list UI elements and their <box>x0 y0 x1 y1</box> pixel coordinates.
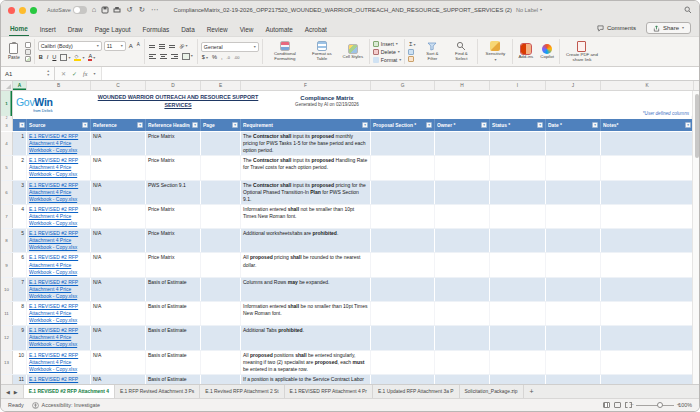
sheet-tab-e-1-revised-rfp-attachment-2-st[interactable]: E.1 Revised RFP Attachment 2 St <box>200 385 284 398</box>
align-top-icon[interactable] <box>148 44 156 49</box>
zoom-slider[interactable]: – + <box>636 405 674 406</box>
menu-tab-acrobat[interactable]: Acrobat <box>304 24 328 36</box>
row-header-4[interactable]: 4 <box>1 132 13 155</box>
align-bottom-icon[interactable] <box>168 44 176 49</box>
copilot-button[interactable]: Copilot <box>538 44 556 60</box>
sheet-tab-e-1-revised-rfp-attachment-4-pr[interactable]: E.1 REVISED RFP Attachment 4 Pr <box>285 385 373 398</box>
filter-icon[interactable]: ▼ <box>481 122 487 128</box>
zoom-window-button[interactable] <box>30 7 37 14</box>
sheet-tab-e-1-rfp-revised-attachment-3-ps[interactable]: E.1 RFP Revised Attachment 3 Ps <box>115 385 200 398</box>
orientation-button[interactable]: ab▾ <box>178 43 189 50</box>
filter-icon[interactable]: ▼ <box>685 122 691 128</box>
source-link[interactable]: E.1 REVISED #2 RFP Attachment 4 Price Wo… <box>29 254 78 274</box>
comma-button[interactable]: , <box>220 54 224 62</box>
row-header-7[interactable]: 7 <box>1 205 13 228</box>
number-format-select[interactable]: General▾ <box>201 42 259 52</box>
row-header-12[interactable]: 12 <box>1 326 13 349</box>
source-link[interactable]: E.1 REVISED #2 RFP Attachment 4 Price Wo… <box>29 230 78 250</box>
filter-icon[interactable]: ▼ <box>537 122 543 128</box>
column-header-g[interactable]: G <box>371 81 435 90</box>
column-header-d[interactable]: D <box>146 81 201 90</box>
sensitivity-button[interactable]: Sensitivity ▾ <box>481 41 509 62</box>
cell-styles-button[interactable]: Cell Styles <box>340 44 366 60</box>
accessibility-checker[interactable]: Accessibility: Investigate <box>32 402 100 409</box>
print-icon[interactable] <box>113 6 121 14</box>
menu-tab-automate[interactable]: Automate <box>264 24 293 36</box>
find-select-button[interactable]: Find & Select <box>448 41 474 62</box>
column-header-e[interactable]: E <box>201 81 241 90</box>
align-left-icon[interactable] <box>148 53 157 60</box>
row-header-11[interactable]: 11 <box>1 302 13 325</box>
column-header-f[interactable]: F <box>241 81 371 90</box>
source-link[interactable]: E.1 REVISED #2 RFP Attachment 4 Price Wo… <box>29 327 78 347</box>
sort-filter-button[interactable]: Sort & Filter <box>419 41 445 62</box>
align-right-icon[interactable] <box>170 53 179 60</box>
row-header-1[interactable]: 1 <box>1 91 13 116</box>
shrink-font-button[interactable]: A <box>136 42 141 49</box>
filter-icon[interactable]: ▼ <box>592 122 598 128</box>
source-link[interactable]: E.1 REVISED #2 RFP Attachment 4 Price Wo… <box>29 279 78 299</box>
menu-tab-draw[interactable]: Draw <box>67 24 84 36</box>
sheet-tab-e-1-updated-rfp-attachment-3a-p[interactable]: E.1 Updated RFP Attachment 3a P <box>373 385 460 398</box>
name-box[interactable]: A1 ▲▼ <box>1 67 55 80</box>
column-header-a[interactable]: A <box>13 81 27 90</box>
menu-tab-insert[interactable]: Insert <box>39 24 57 36</box>
source-link[interactable]: E.1 REVISED #2 RFP Attachment 4 Price Wo… <box>29 303 78 323</box>
delete-cells-button[interactable]: Delete▾ <box>373 49 401 55</box>
column-header-j[interactable]: J <box>546 81 601 90</box>
filter-icon[interactable]: ▼ <box>19 122 25 128</box>
cancel-entry-icon[interactable]: ✕ <box>61 70 66 77</box>
decrease-decimal-button[interactable]: .00 <box>233 55 241 61</box>
filter-icon[interactable]: ▼ <box>137 122 143 128</box>
filter-icon[interactable]: ▼ <box>82 122 88 128</box>
addins-button[interactable]: Add-ins <box>516 44 535 60</box>
name-box-stepper[interactable]: ▲▼ <box>47 70 50 78</box>
grow-font-button[interactable]: A <box>128 42 134 50</box>
row-header-13[interactable]: 13 <box>1 351 13 374</box>
font-color-button[interactable]: A▾ <box>87 53 96 63</box>
copy-icon[interactable] <box>25 49 31 55</box>
column-header-i[interactable]: I <box>490 81 546 90</box>
next-sheet-icon[interactable]: ▶ <box>14 389 18 395</box>
insert-function-icon[interactable]: fx <box>83 71 87 77</box>
italic-button[interactable]: I <box>46 54 50 62</box>
filter-icon[interactable]: ▼ <box>426 122 432 128</box>
minimize-window-button[interactable] <box>19 7 26 14</box>
borders-button[interactable]: ▾ <box>59 53 71 62</box>
row-header-14[interactable]: 14 <box>1 375 13 384</box>
row-header-3[interactable]: 3 <box>1 119 13 131</box>
source-link[interactable]: E.1 REVISED #2 RFP Attachment 4 Price Wo… <box>29 133 78 153</box>
column-header-b[interactable]: B <box>27 81 91 90</box>
home-icon[interactable]: ⌂ <box>91 6 98 14</box>
source-link[interactable]: E.1 REVISED #2 RFP Attachment 4 Price Wo… <box>29 206 78 226</box>
row-header-8[interactable]: 8 <box>1 229 13 252</box>
save-icon[interactable] <box>101 6 109 14</box>
zoom-in-icon[interactable]: + <box>677 401 681 407</box>
create-pdf-button[interactable]: Create PDF and share link <box>563 41 601 63</box>
column-header-c[interactable]: C <box>91 81 146 90</box>
normal-view-icon[interactable] <box>603 402 610 408</box>
sheet-tab-solicitation-package-zip[interactable]: Solicitation_Package.zip <box>460 385 524 398</box>
source-link[interactable]: E.1 REVISED #2 RFP Attachment 4 Price Wo… <box>29 182 78 202</box>
page-layout-view-icon[interactable] <box>614 402 621 408</box>
row-header-10[interactable]: 10 <box>1 278 13 301</box>
font-name-select[interactable]: Calibri (Body)▾ <box>38 41 102 51</box>
merge-center-button[interactable]: ▾ <box>181 52 194 61</box>
clear-button[interactable] <box>408 56 414 62</box>
zoom-slider-knob[interactable] <box>657 402 663 408</box>
filter-icon[interactable]: ▼ <box>192 122 198 128</box>
underline-button[interactable]: U <box>51 54 57 62</box>
sensitivity-label-selector[interactable]: No Label ▾ <box>516 7 542 13</box>
row-header-6[interactable]: 6 <box>1 181 13 204</box>
share-button[interactable]: Share ▾ <box>646 22 691 34</box>
vertical-scrollbar[interactable] <box>692 91 699 384</box>
row-header-5[interactable]: 5 <box>1 156 13 179</box>
redo-icon[interactable]: ↻ <box>138 6 146 14</box>
filter-icon[interactable]: ▼ <box>362 122 368 128</box>
fill-button[interactable] <box>408 49 414 55</box>
align-center-icon[interactable] <box>159 53 168 60</box>
bold-button[interactable]: B <box>38 54 44 62</box>
column-header-k[interactable]: K <box>601 81 694 90</box>
menu-tab-page-layout[interactable]: Page Layout <box>94 24 132 36</box>
fill-color-button[interactable]: ◇▾ <box>73 53 85 62</box>
